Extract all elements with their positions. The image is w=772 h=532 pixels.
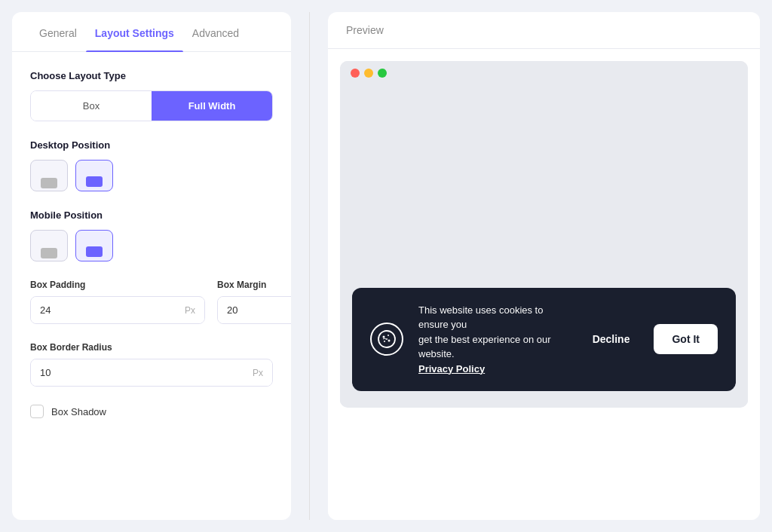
box-shadow-row: Box Shadow [30,405,273,418]
border-radius-section: Box Border Radius Px [30,342,273,387]
box-padding-field: Px [30,296,205,324]
cookie-banner: This website uses cookies to ensure you … [352,288,736,392]
preview-body: This website uses cookies to ensure you … [328,49,760,520]
pos-indicator [41,248,57,258]
border-radius-field: Px [30,359,273,387]
box-margin-field: Px [217,296,291,324]
layout-toggle: Box Full Width [30,90,273,121]
desktop-position-buttons [30,160,273,191]
mobile-position-buttons [30,230,273,261]
main-container: General Layout Settings Advanced Choose … [0,0,772,532]
padding-margin-row: Box Padding Px Box Margin Px [30,280,273,324]
privacy-policy-link[interactable]: Privacy Policy [418,363,485,375]
box-margin-label: Box Margin [217,280,291,290]
padding-margin-section: Box Padding Px Box Margin Px [30,280,273,324]
box-margin-input[interactable] [218,297,291,323]
right-panel: Preview [328,12,760,520]
desktop-position-label: Desktop Position [30,139,273,151]
mobile-position-label: Mobile Position [30,209,273,221]
layout-full-width-button[interactable]: Full Width [152,91,272,121]
cookie-text: This website uses cookies to ensure you … [418,303,568,377]
border-radius-label: Box Border Radius [30,342,273,353]
browser-content: This website uses cookies to ensure you … [340,85,748,403]
svg-point-3 [388,340,391,342]
tab-layout-settings[interactable]: Layout Settings [86,12,183,51]
cookie-icon [370,323,403,356]
desktop-position-section: Desktop Position [30,139,273,191]
tabs-bar: General Layout Settings Advanced [12,12,291,52]
box-padding-unit: Px [176,298,204,323]
browser-toolbar [340,61,748,85]
border-radius-input[interactable] [31,359,244,386]
pos-indicator-bottom [86,176,103,187]
left-panel: General Layout Settings Advanced Choose … [12,12,291,520]
mobile-pos-bottom-button[interactable] [75,230,113,261]
browser-dot-red [351,69,360,78]
panel-content: Choose Layout Type Box Full Width Deskto… [12,52,291,520]
layout-type-label: Choose Layout Type [30,70,273,81]
box-padding-group: Box Padding Px [30,280,205,324]
desktop-pos-bottom-button[interactable] [75,160,113,191]
tab-general[interactable]: General [30,12,86,51]
box-padding-input[interactable] [31,297,176,323]
browser-dot-green [378,69,387,78]
svg-point-2 [388,335,389,336]
layout-box-button[interactable]: Box [31,91,152,121]
svg-point-1 [383,336,385,338]
decline-button[interactable]: Decline [584,333,639,345]
preview-header: Preview [328,12,760,49]
mobile-pos-center-button[interactable] [30,230,68,261]
border-radius-unit: Px [244,360,272,386]
layout-type-section: Choose Layout Type Box Full Width [30,70,273,121]
browser-dot-yellow [364,69,373,78]
pos-indicator-bottom [86,246,103,257]
pos-indicator [41,178,57,188]
svg-point-5 [386,338,388,340]
box-shadow-label: Box Shadow [51,406,106,417]
tab-advanced[interactable]: Advanced [183,12,248,51]
box-margin-group: Box Margin Px [217,280,291,324]
desktop-pos-center-button[interactable] [30,160,68,191]
got-it-button[interactable]: Got It [654,324,718,354]
box-shadow-checkbox[interactable] [30,405,44,418]
svg-point-4 [384,341,385,342]
mobile-position-section: Mobile Position [30,209,273,261]
panel-divider [309,12,310,520]
browser-mock: This website uses cookies to ensure you … [340,61,748,408]
box-padding-label: Box Padding [30,280,205,290]
